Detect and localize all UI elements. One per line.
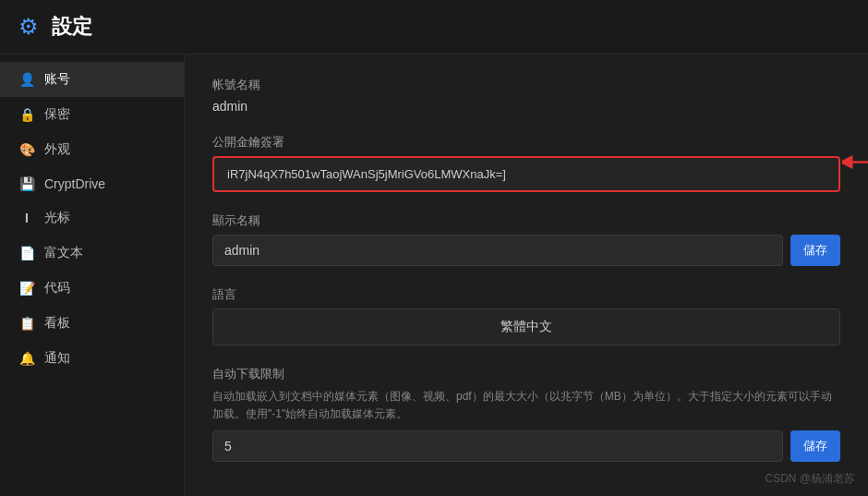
kanban-icon: 📋 [18, 316, 35, 331]
code-icon: 📝 [18, 281, 35, 296]
language-section: 語言 繁體中文 [212, 286, 840, 345]
auto-download-desc: 自动加载嵌入到文档中的媒体元素（图像、视频、pdf）的最大大小（以兆字节（MB）… [212, 388, 840, 423]
header: ⚙ 設定 [0, 0, 868, 54]
lock-icon: 🔒 [18, 107, 35, 122]
save-auto-download-button[interactable]: 儲存 [790, 430, 840, 462]
display-name-input[interactable] [212, 235, 783, 266]
page-title: 設定 [52, 13, 92, 41]
bell-icon: 🔔 [18, 351, 35, 366]
display-name-label: 顯示名稱 [212, 212, 840, 229]
main-content: 帐號名稱 admin 公開金鑰簽署 iR7jN4qX7h501wTaojWAnS… [185, 54, 868, 496]
sidebar-item-security[interactable]: 🔒 保密 [0, 97, 184, 132]
display-name-section: 顯示名稱 儲存 [212, 212, 840, 266]
auto-download-label: 自动下载限制 [212, 366, 840, 382]
public-key-value: iR7jN4qX7h501wTaojWAnSj5jMriGVo6LMWXnaJk… [212, 156, 840, 192]
sidebar-item-label: 外观 [44, 141, 70, 158]
sidebar-item-label: 账号 [44, 71, 70, 88]
account-icon: 👤 [18, 72, 35, 87]
sidebar-item-cursor[interactable]: I 光标 [0, 200, 184, 236]
sidebar-item-account[interactable]: 👤 账号 [0, 62, 184, 97]
sidebar-item-label: 看板 [44, 315, 70, 332]
account-name-section: 帐號名稱 admin [212, 77, 840, 114]
display-name-row: 儲存 [212, 235, 840, 266]
account-name-value: admin [212, 99, 840, 114]
sidebar-item-label: 通知 [44, 350, 70, 367]
sidebar-item-notifications[interactable]: 🔔 通知 [0, 341, 184, 376]
auto-download-row: 儲存 [212, 430, 840, 462]
settings-icon: ⚙ [18, 14, 39, 40]
public-key-section: 公開金鑰簽署 iR7jN4qX7h501wTaojWAnSj5jMriGVo6L… [212, 134, 840, 192]
sidebar-item-label: CryptDrive [44, 176, 105, 191]
main-layout: 👤 账号 🔒 保密 🎨 外观 💾 CryptDrive I 光标 📄 富文本 [0, 54, 868, 496]
annotation-arrow [842, 148, 868, 178]
sidebar-item-kanban[interactable]: 📋 看板 [0, 306, 184, 341]
sidebar-item-label: 光标 [44, 210, 70, 226]
richtext-icon: 📄 [18, 246, 35, 260]
public-key-label: 公開金鑰簽署 [212, 134, 840, 151]
sidebar-item-code[interactable]: 📝 代码 [0, 271, 184, 306]
account-name-label: 帐號名稱 [212, 77, 840, 93]
sidebar-item-label: 保密 [44, 106, 70, 123]
auto-download-section: 自动下载限制 自动加载嵌入到文档中的媒体元素（图像、视频、pdf）的最大大小（以… [212, 366, 840, 462]
language-button[interactable]: 繁體中文 [212, 308, 840, 345]
sidebar-item-richtext[interactable]: 📄 富文本 [0, 236, 184, 271]
drive-icon: 💾 [18, 176, 35, 191]
auto-download-input[interactable] [212, 430, 783, 462]
footer-watermark: CSDN @杨浦老苏 [765, 471, 855, 487]
sidebar-item-cryptdrive[interactable]: 💾 CryptDrive [0, 167, 184, 200]
sidebar: 👤 账号 🔒 保密 🎨 外观 💾 CryptDrive I 光标 📄 富文本 [0, 54, 185, 496]
sidebar-item-appearance[interactable]: 🎨 外观 [0, 132, 184, 167]
language-label: 語言 [212, 286, 840, 303]
paint-icon: 🎨 [18, 142, 35, 157]
cursor-icon: I [18, 211, 35, 225]
sidebar-item-label: 富文本 [44, 245, 83, 261]
sidebar-item-label: 代码 [44, 280, 70, 296]
save-display-name-button[interactable]: 儲存 [790, 235, 840, 266]
